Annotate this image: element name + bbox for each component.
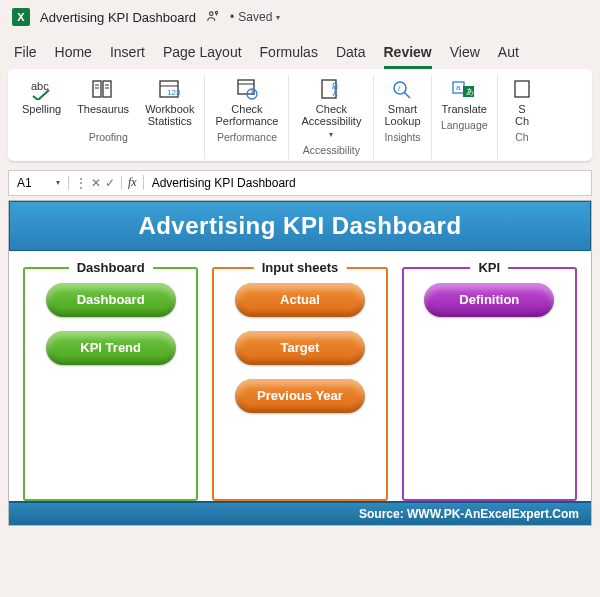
dashboard-header: Advertising KPI Dashboard [9, 201, 591, 251]
tab-file[interactable]: File [14, 44, 37, 69]
tab-insert[interactable]: Insert [110, 44, 145, 69]
document-title: Advertising KPI Dashboard [40, 10, 196, 25]
fx-icon[interactable]: fx [122, 175, 144, 190]
svg-text:a: a [456, 83, 461, 92]
formula-bar-buttons: ⋮ ✕ ✓ [69, 176, 122, 190]
group-insights: i Smart Lookup Insights [374, 75, 431, 159]
smart-lookup-button[interactable]: i Smart Lookup [380, 75, 424, 129]
svg-text:i: i [398, 84, 400, 93]
group-label-insights: Insights [384, 131, 420, 146]
spelling-button[interactable]: abc Spelling [18, 75, 65, 129]
dashboard-footer: Source: WWW.PK-AnExcelExpert.Com [9, 501, 591, 525]
svg-point-1 [215, 11, 217, 13]
spelling-icon: abc [28, 77, 56, 101]
tab-automate[interactable]: Aut [498, 44, 519, 69]
chevron-down-icon: ▾ [276, 13, 280, 22]
spreadsheet-canvas: Advertising KPI Dashboard Dashboard Dash… [8, 200, 592, 526]
group-proofing: abc Spelling Thesaurus 123 Workbook Stat… [12, 75, 205, 159]
performance-icon [233, 77, 261, 101]
tab-formulas[interactable]: Formulas [260, 44, 318, 69]
btn-dashboard[interactable]: Dashboard [46, 283, 176, 317]
dashboard-body: Dashboard Dashboard KPI Trend Input shee… [9, 251, 591, 501]
show-changes-button[interactable]: S Ch [504, 75, 540, 129]
excel-logo-icon: X [12, 8, 30, 26]
chevron-down-icon: ▾ [56, 178, 60, 187]
translate-button[interactable]: aあ Translate [438, 75, 491, 117]
group-label-performance: Performance [217, 131, 277, 146]
svg-text:あ: あ [466, 87, 474, 96]
tab-page-layout[interactable]: Page Layout [163, 44, 242, 69]
check-accessibility-button[interactable]: Check Accessibility ▾ [295, 75, 367, 142]
formula-bar-more-icon[interactable]: ⋮ [75, 176, 87, 190]
group-performance: Check Performance Performance [205, 75, 289, 159]
btn-previous-year[interactable]: Previous Year [235, 379, 365, 413]
svg-rect-3 [93, 81, 101, 97]
panel-dashboard: Dashboard Dashboard KPI Trend [23, 267, 198, 501]
tab-review[interactable]: Review [384, 44, 432, 69]
thesaurus-icon [89, 77, 117, 101]
cancel-icon[interactable]: ✕ [91, 176, 101, 190]
saved-status[interactable]: •Saved ▾ [230, 10, 280, 24]
share-icon[interactable] [206, 9, 220, 26]
svg-point-0 [210, 11, 214, 14]
accessibility-icon [317, 77, 345, 101]
panel-kpi: KPI Definition [402, 267, 577, 501]
formula-bar: A1 ▾ ⋮ ✕ ✓ fx Advertising KPI Dashboard [8, 170, 592, 196]
group-label-language: Language [441, 119, 488, 134]
btn-kpi-trend[interactable]: KPI Trend [46, 331, 176, 365]
workbook-statistics-button[interactable]: 123 Workbook Statistics [141, 75, 198, 129]
title-bar: X Advertising KPI Dashboard •Saved ▾ [0, 0, 600, 34]
ribbon-tabs: File Home Insert Page Layout Formulas Da… [0, 34, 600, 69]
smart-lookup-icon: i [388, 77, 416, 101]
btn-definition[interactable]: Definition [424, 283, 554, 317]
group-label-proofing: Proofing [89, 131, 128, 146]
svg-rect-4 [103, 81, 111, 97]
svg-text:abc: abc [31, 80, 49, 92]
ribbon-body: abc Spelling Thesaurus 123 Workbook Stat… [8, 69, 592, 162]
thesaurus-button[interactable]: Thesaurus [73, 75, 133, 129]
check-performance-button[interactable]: Check Performance [211, 75, 282, 129]
group-accessibility: Check Accessibility ▾ Accessibility [289, 75, 374, 159]
group-label-changes: Ch [515, 131, 528, 146]
svg-text:123: 123 [167, 88, 181, 97]
svg-line-20 [404, 92, 410, 98]
translate-icon: aあ [450, 77, 478, 101]
tab-data[interactable]: Data [336, 44, 366, 69]
statistics-icon: 123 [156, 77, 184, 101]
panel-title-input: Input sheets [254, 260, 347, 275]
btn-target[interactable]: Target [235, 331, 365, 365]
group-language: aあ Translate Language [432, 75, 498, 159]
btn-actual[interactable]: Actual [235, 283, 365, 317]
tab-view[interactable]: View [450, 44, 480, 69]
enter-icon[interactable]: ✓ [105, 176, 115, 190]
group-label-accessibility: Accessibility [303, 144, 360, 159]
panel-input-sheets: Input sheets Actual Target Previous Year [212, 267, 387, 501]
formula-bar-input[interactable]: Advertising KPI Dashboard [144, 176, 591, 190]
name-box[interactable]: A1 ▾ [9, 176, 69, 190]
group-changes: S Ch Ch [498, 75, 546, 159]
changes-icon [508, 77, 536, 101]
tab-home[interactable]: Home [55, 44, 92, 69]
panel-title-dashboard: Dashboard [69, 260, 153, 275]
chevron-down-icon: ▾ [329, 130, 333, 139]
panel-title-kpi: KPI [470, 260, 508, 275]
saved-label: Saved [238, 10, 272, 24]
svg-rect-26 [515, 81, 529, 97]
